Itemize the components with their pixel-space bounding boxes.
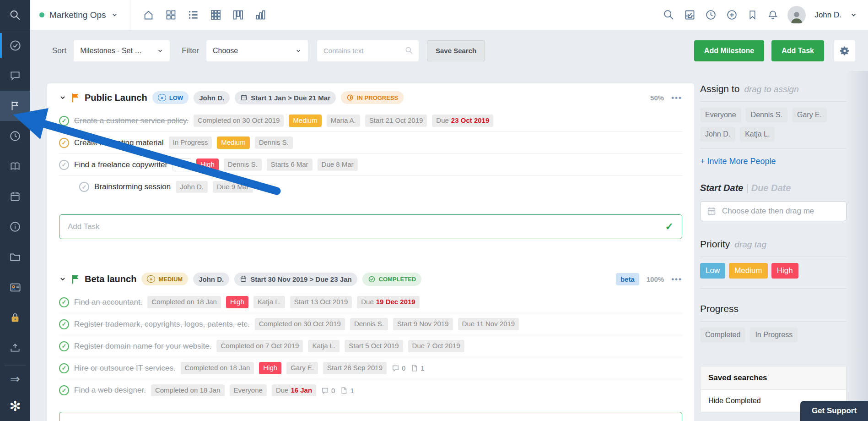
task-row: ✓ Find a freelance copywriter 0/1 High D…	[59, 154, 682, 176]
bookmark-icon[interactable]	[747, 9, 758, 21]
assignee-tag[interactable]: Gary E.	[792, 108, 827, 122]
progress-tag-in-progress[interactable]: In Progress	[750, 328, 798, 342]
notifications-bell-icon[interactable]	[767, 9, 779, 21]
milestone-flag-icon	[71, 274, 80, 284]
get-support-button[interactable]: Get Support	[800, 401, 868, 421]
chevron-down-icon[interactable]	[850, 11, 857, 18]
search-icon[interactable]	[663, 9, 675, 21]
assignee-tag[interactable]: John D.	[700, 127, 735, 142]
task-start-pill: Start 5 Oct 2019	[345, 340, 403, 352]
task-check-icon[interactable]: ✓	[59, 138, 69, 148]
due-label: Due	[276, 387, 289, 394]
user-name[interactable]: John D.	[814, 11, 841, 20]
task-title[interactable]: Hire or outsource IT services.	[74, 364, 176, 373]
filter-dropdown[interactable]: Choose	[206, 40, 308, 61]
task-title[interactable]: Find a web designer.	[74, 386, 146, 395]
task-title[interactable]: Create a customer service policy.	[74, 116, 189, 126]
task-title[interactable]: Brainstorming session	[94, 182, 171, 191]
sidebar-item-contacts[interactable]	[0, 272, 30, 302]
task-title[interactable]: Find an accountant.	[74, 298, 142, 307]
assignee-tag[interactable]: Dennis S.	[746, 108, 787, 122]
priority-heading: Priority	[700, 239, 730, 250]
inline-add-task-partial[interactable]	[59, 412, 682, 421]
task-title[interactable]: Find a freelance copywriter	[74, 160, 167, 169]
sidebar-item-search[interactable]	[0, 0, 30, 30]
task-check-icon[interactable]: ✓	[59, 385, 69, 395]
chevron-down-icon	[295, 48, 302, 54]
priority-tag-high[interactable]: High	[771, 263, 798, 279]
task-title[interactable]: Create marketing material	[74, 138, 164, 148]
comments-count[interactable]: 0	[392, 364, 405, 372]
files-count[interactable]: 1	[410, 364, 424, 372]
recent-clock-icon[interactable]	[705, 9, 717, 21]
progress-tag-completed[interactable]: Completed	[700, 328, 745, 342]
sidebar-item-time[interactable]	[0, 121, 30, 151]
inline-add-task-input[interactable]	[68, 222, 665, 231]
chevron-down-icon[interactable]	[59, 275, 66, 283]
sidebar-item-archive[interactable]	[0, 333, 30, 363]
sort-dropdown[interactable]: Milestones - Set …	[74, 40, 170, 61]
sidebar-item-milestones[interactable]	[0, 91, 30, 121]
task-title[interactable]: Register trademark, copyrights, logos, p…	[74, 320, 250, 329]
task-check-icon[interactable]: ✓	[59, 363, 69, 373]
comments-count[interactable]: 0	[321, 387, 335, 394]
milestone-menu-dots[interactable]: •••	[671, 275, 682, 283]
files-count[interactable]: 1	[340, 387, 354, 394]
sort-label: Sort	[52, 46, 66, 55]
chart-view-icon[interactable]	[254, 9, 267, 21]
milestone-title[interactable]: Public Launch	[85, 93, 147, 103]
task-title[interactable]: Register domain name for your website.	[74, 342, 211, 351]
sidebar-item-files[interactable]	[0, 242, 30, 272]
search-icon	[404, 46, 414, 55]
task-check-icon[interactable]: ✓	[59, 116, 69, 126]
task-check-icon[interactable]: ✓	[59, 319, 69, 329]
milestone-title[interactable]: Beta launch	[85, 274, 136, 284]
add-plus-icon[interactable]	[726, 9, 738, 21]
sidebar-logo[interactable]: ✻	[0, 394, 30, 418]
sidebar-item-tasks[interactable]	[0, 30, 30, 60]
task-row: ✓ Find an accountant. Completed on 18 Ja…	[59, 291, 682, 313]
save-search-button[interactable]: Save Search	[427, 40, 485, 61]
sidebar-item-info[interactable]	[0, 212, 30, 242]
add-milestone-button[interactable]: Add Milestone	[694, 40, 764, 61]
workspace-selector[interactable]: Marketing Ops	[30, 0, 130, 30]
due-date-heading[interactable]: Due Date	[751, 183, 791, 193]
task-check-icon[interactable]: ✓	[79, 182, 89, 192]
date-drag-box[interactable]: Choose date then drag me	[700, 201, 846, 221]
invite-more-people-link[interactable]: + Invite More People	[700, 157, 776, 166]
sidebar-item-passwords[interactable]	[0, 302, 30, 333]
priority-tag-low[interactable]: Low	[700, 263, 725, 279]
sidebar-item-wiki[interactable]	[0, 151, 30, 181]
priority-tag-medium[interactable]: Medium	[729, 263, 767, 279]
milestone-menu-dots[interactable]: •••	[671, 94, 682, 102]
settings-button[interactable]	[834, 40, 855, 61]
tasks-list-panel: Public Launch »LOW John D. Start 1 Jan >…	[47, 83, 694, 421]
user-avatar[interactable]	[787, 6, 806, 24]
sidebar-collapse-toggle[interactable]: ⇒	[0, 369, 30, 389]
home-icon[interactable]	[142, 9, 155, 21]
board-view-icon[interactable]	[165, 9, 177, 21]
assignee-tag[interactable]: Everyone	[700, 108, 741, 122]
inline-add-task: ✓	[59, 214, 682, 239]
todo-inbox-icon[interactable]	[684, 9, 696, 21]
chevron-down-icon[interactable]	[59, 94, 66, 101]
assignee-tag[interactable]: Katja L.	[740, 127, 775, 142]
confirm-check-icon[interactable]: ✓	[665, 221, 674, 233]
sort-value: Milestones - Set …	[80, 47, 142, 55]
sidebar-item-calendar[interactable]	[0, 181, 30, 212]
milestone-header-beta-launch: Beta launch »MEDIUM John D. Start 30 Nov…	[59, 265, 682, 291]
start-date-heading[interactable]: Start Date	[700, 183, 743, 193]
chevron-down-icon	[157, 48, 163, 54]
list-view-icon[interactable]	[187, 9, 199, 21]
milestone-status-pill: COMPLETED	[362, 273, 422, 286]
kanban-view-icon[interactable]	[232, 9, 244, 21]
task-check-icon[interactable]: ✓	[59, 297, 69, 307]
task-check-icon[interactable]: ✓	[59, 160, 69, 170]
contains-text-input[interactable]	[317, 40, 419, 61]
add-task-button[interactable]: Add Task	[771, 40, 824, 61]
sidebar-item-discussions[interactable]	[0, 60, 30, 91]
grid-view-icon[interactable]	[210, 9, 222, 21]
task-check-icon[interactable]: ✓	[59, 341, 69, 351]
drag-tools-panel: Assign to drag to assign Everyone Dennis…	[700, 83, 846, 421]
task-due-pill: Due16 Jan	[272, 384, 316, 397]
